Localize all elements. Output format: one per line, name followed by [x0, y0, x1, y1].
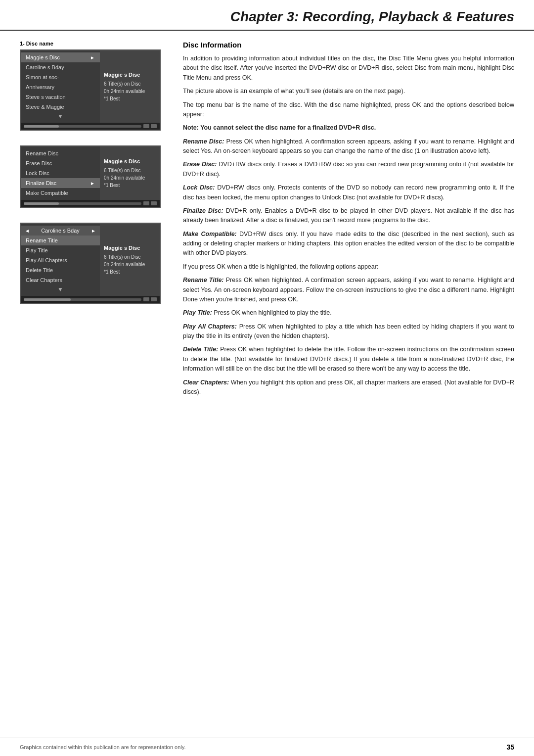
menu-item-label: Finalize Disc: [26, 180, 56, 186]
progress-fill: [24, 125, 59, 128]
info-quality: *1 Best: [104, 268, 156, 276]
menu-item[interactable]: Steve & Maggie: [21, 102, 100, 112]
page-footer: Graphics contained within this publicati…: [0, 738, 534, 756]
page-number: 35: [506, 743, 514, 751]
menu-item-label: Delete Title: [26, 267, 53, 273]
menu-item-label: Play Title: [26, 247, 48, 253]
term-clear-chapters: Clear Chapters:: [183, 379, 229, 386]
menu-item[interactable]: Make Compatible: [21, 188, 100, 198]
paragraph-lock-disc: Lock Disc: DVD+RW discs only. Protects c…: [183, 183, 514, 202]
info-available: 0h 24min available: [104, 261, 156, 268]
menu-item-label: Erase Disc: [26, 160, 52, 166]
menu-item-label: Rename Title: [26, 237, 58, 243]
screen1-bottom: [21, 123, 160, 130]
paragraph-title-options-intro: If you press OK when a title is highligh…: [183, 262, 514, 272]
menu-item[interactable]: Erase Disc: [21, 158, 100, 168]
screen-icons: [143, 297, 157, 301]
menu-item[interactable]: Rename Title: [21, 236, 100, 245]
right-column: Disc Information In addition to providin…: [183, 41, 514, 401]
paragraph-intro1: In addition to providing information abo…: [183, 54, 514, 83]
menu-item[interactable]: Finalize Disc ►: [21, 178, 100, 188]
note-bold-text: Note: You cannot select the disc name fo…: [183, 123, 514, 133]
screen-icons: [143, 201, 157, 205]
paragraph-delete-title: Delete Title: Press OK when highlighted …: [183, 345, 514, 374]
menu-item[interactable]: Simon at soc-: [21, 72, 100, 82]
icon-box: [143, 297, 149, 301]
screen2-menu-list: Rename Disc Erase Disc Lock Disc Finaliz…: [21, 146, 100, 200]
menu-item[interactable]: Maggie s Disc ►: [21, 52, 100, 62]
menu-item-label: Clear Chapters: [26, 277, 62, 283]
menu-item-label: Lock Disc: [26, 170, 49, 176]
disc-name: Maggie s Disc: [104, 157, 156, 166]
progress-track: [24, 202, 141, 205]
paragraph-intro2: The picture above is an example of what …: [183, 87, 514, 96]
arrow-right-icon: ►: [90, 181, 95, 186]
term-make-compatible: Make Compatible:: [183, 231, 237, 237]
paragraph-make-compatible: Make Compatible: DVD+RW discs only. If y…: [183, 230, 514, 258]
screen3-info-panel: Maggie s Disc 6 Title(s) on Disc 0h 24mi…: [100, 224, 160, 296]
info-available: 0h 24min available: [104, 174, 156, 182]
disc-name: Maggie s Disc: [104, 71, 156, 79]
menu-item[interactable]: Play Title: [21, 245, 100, 255]
info-quality: *1 Best: [104, 182, 156, 189]
menu-item-label: Rename Disc: [26, 150, 58, 156]
menu-item[interactable]: Steve s vacation: [21, 92, 100, 102]
page-header: Chapter 3: Recording, Playback & Feature…: [0, 0, 534, 31]
paragraph-intro3: The top menu bar is the name of the disc…: [183, 100, 514, 120]
screen3: ◄ Caroline s Bday ► Rename Title Play Ti…: [20, 223, 161, 304]
menu-item[interactable]: Delete Title: [21, 265, 100, 275]
chapter-title: Chapter 3: Recording, Playback & Feature…: [20, 9, 514, 25]
icon-box: [143, 201, 149, 205]
menu-item[interactable]: Anniversary: [21, 82, 100, 92]
arrow-right-icon: ►: [91, 228, 96, 234]
menu-item[interactable]: Play All Chapters: [21, 255, 100, 265]
icon-box: [143, 124, 149, 128]
left-column: 1- Disc name Maggie s Disc ► Caroline s …: [20, 41, 168, 401]
menu-item[interactable]: Caroline s Bday: [21, 62, 100, 72]
info-available: 0h 24min available: [104, 88, 156, 95]
menu-item-more: ▼: [21, 112, 100, 121]
progress-fill: [24, 202, 59, 205]
screen2-bottom: [21, 200, 160, 207]
screen2: Rename Disc Erase Disc Lock Disc Finaliz…: [20, 145, 161, 208]
icon-box: [151, 124, 157, 128]
menu-item-label: Maggie s Disc: [26, 54, 60, 60]
info-titles: 6 Title(s) on Disc: [104, 80, 156, 88]
menu-item[interactable]: Lock Disc: [21, 168, 100, 178]
term-finalize-disc: Finalize Disc:: [183, 207, 223, 214]
menu-item[interactable]: Clear Chapters: [21, 275, 100, 285]
paragraph-rename-disc: Rename Disc: Press OK when highlighted. …: [183, 137, 514, 156]
icon-box: [151, 201, 157, 205]
paragraph-finalize-disc: Finalize Disc: DVD+R only. Enables a DVD…: [183, 206, 514, 226]
paragraph-play-all-chapters: Play All Chapters: Press OK when highlig…: [183, 322, 514, 341]
icon-box: [151, 297, 157, 301]
term-play-title: Play Title:: [183, 309, 212, 316]
main-content: 1- Disc name Maggie s Disc ► Caroline s …: [0, 31, 534, 401]
screen1-menu-list: Maggie s Disc ► Caroline s Bday Simon at…: [21, 50, 100, 123]
paragraph-play-title: Play Title: Press OK when highlighted to…: [183, 308, 514, 318]
progress-track: [24, 125, 141, 128]
info-titles: 6 Title(s) on Disc: [104, 167, 156, 174]
menu-item-more: ▼: [21, 285, 100, 294]
term-lock-disc: Lock Disc:: [183, 184, 215, 191]
arrow-left-icon: ◄: [25, 228, 30, 234]
menu-item-label: Make Compatible: [26, 190, 68, 196]
menu-item[interactable]: Rename Disc: [21, 148, 100, 158]
info-titles: 6 Title(s) on Disc: [104, 253, 156, 261]
term-delete-title: Delete Title:: [183, 346, 218, 353]
screen-icons: [143, 124, 157, 128]
paragraph-clear-chapters: Clear Chapters: When you highlight this …: [183, 378, 514, 397]
menu-item-label: Steve s vacation: [26, 94, 66, 100]
menu-item-label: Caroline s Bday: [26, 64, 64, 70]
progress-track: [24, 298, 141, 301]
section-title: Disc Information: [183, 41, 514, 49]
footer-disclaimer: Graphics contained within this publicati…: [20, 744, 185, 750]
menu-item-label: Play All Chapters: [26, 257, 67, 263]
screen1: Maggie s Disc ► Caroline s Bday Simon at…: [20, 49, 161, 131]
term-play-all-chapters: Play All Chapters:: [183, 323, 237, 330]
screen3-bottom: [21, 296, 160, 303]
term-rename-disc: Rename Disc:: [183, 138, 224, 145]
title-header-label: Caroline s Bday: [41, 228, 80, 234]
term-erase-disc: Erase Disc:: [183, 161, 217, 168]
menu-item-header: ◄ Caroline s Bday ►: [21, 226, 100, 236]
